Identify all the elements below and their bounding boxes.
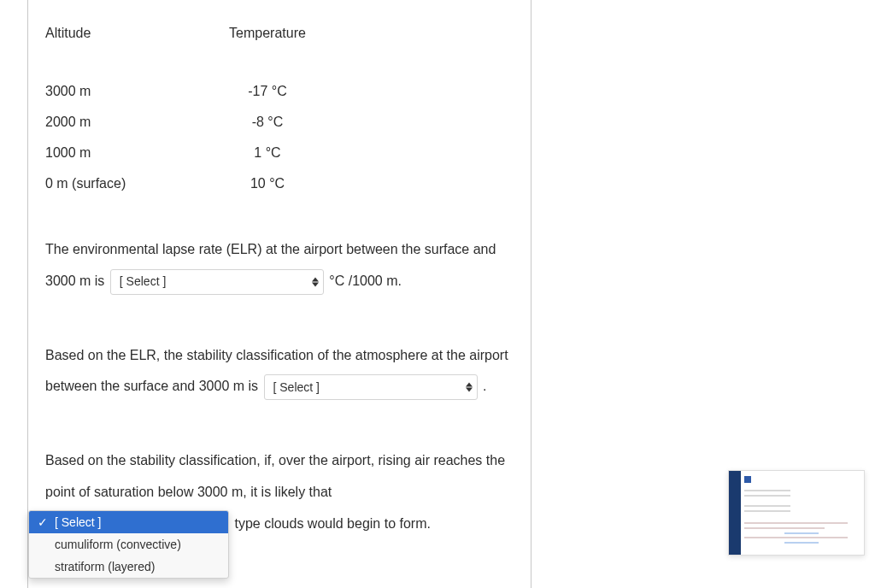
cell-altitude: 1000 m bbox=[45, 145, 208, 161]
table-header-row: Altitude Temperature bbox=[45, 26, 514, 41]
question-elr: The environmental lapse rate (ELR) at th… bbox=[45, 234, 514, 297]
table-row: 0 m (surface) 10 °C bbox=[45, 176, 514, 191]
cell-temperature: 10 °C bbox=[208, 176, 327, 191]
altitude-temperature-table: Altitude Temperature 3000 m -17 °C 2000 … bbox=[45, 26, 514, 191]
dropdown-option-stratiform[interactable]: stratiform (layered) bbox=[29, 556, 228, 578]
q1-text-after: °C /1000 m. bbox=[329, 273, 402, 288]
stability-select[interactable]: [ Select ] bbox=[264, 374, 478, 400]
clouds-dropdown: [ Select ] cumuliform (convective) strat… bbox=[28, 510, 229, 579]
table-row: 2000 m -8 °C bbox=[45, 115, 514, 130]
cell-temperature: -17 °C bbox=[208, 84, 327, 99]
updown-icon bbox=[465, 383, 473, 392]
thumbnail-sidebar bbox=[729, 471, 741, 555]
header-temperature: Temperature bbox=[208, 26, 327, 41]
q2-text-after: . bbox=[483, 379, 486, 393]
q3-text-before: Based on the stability classification, i… bbox=[45, 453, 505, 499]
cell-temperature: -8 °C bbox=[208, 115, 327, 130]
cell-altitude: 2000 m bbox=[45, 115, 208, 130]
select-label: [ Select ] bbox=[111, 270, 323, 294]
elr-select[interactable]: [ Select ] bbox=[110, 269, 324, 295]
question-stability: Based on the ELR, the stability classifi… bbox=[45, 340, 514, 403]
cell-temperature: 1 °C bbox=[208, 145, 327, 161]
question-clouds: Based on the stability classification, i… bbox=[45, 445, 514, 539]
updown-icon bbox=[311, 277, 320, 286]
page-thumbnail[interactable] bbox=[728, 470, 865, 556]
cell-altitude: 0 m (surface) bbox=[45, 176, 208, 191]
table-row: 3000 m -17 °C bbox=[45, 84, 514, 99]
thumbnail-body bbox=[744, 478, 859, 550]
dropdown-option-cumuliform[interactable]: cumuliform (convective) bbox=[29, 533, 228, 556]
question-panel: Altitude Temperature 3000 m -17 °C 2000 … bbox=[27, 0, 531, 588]
select-label: [ Select ] bbox=[265, 375, 477, 399]
cell-altitude: 3000 m bbox=[45, 84, 208, 99]
table-row: 1000 m 1 °C bbox=[45, 145, 514, 161]
q3-text-after: type clouds would begin to form. bbox=[234, 516, 430, 531]
dropdown-option-select[interactable]: [ Select ] bbox=[29, 511, 228, 533]
clouds-select[interactable]: [ Select ] [ Select ] cumuliform (convec… bbox=[28, 512, 229, 538]
header-altitude: Altitude bbox=[45, 26, 208, 41]
